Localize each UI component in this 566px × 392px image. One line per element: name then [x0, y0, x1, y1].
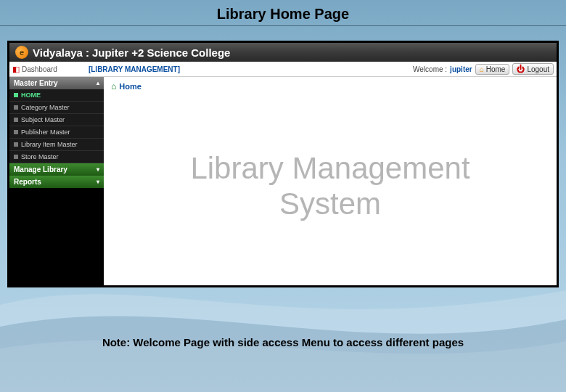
chevron-down-icon: ▾ — [97, 166, 99, 173]
breadcrumb-home-label: Home — [119, 82, 142, 91]
sidebar-section-reports-label: Reports — [14, 178, 41, 186]
bullet-icon — [14, 118, 18, 122]
sidebar-item-home[interactable]: HOME — [9, 89, 104, 102]
hero-text: Library Management System — [190, 151, 469, 221]
home-icon: ⌂ — [480, 65, 484, 73]
sidebar-item-publisher-master[interactable]: Publisher Master — [9, 126, 104, 139]
sidebar-section-master-label: Master Entry — [14, 79, 58, 87]
sidebar-section-master[interactable]: Master Entry ▴ — [9, 77, 104, 89]
sidebar-section-manage-label: Manage Library — [14, 166, 67, 173]
welcome-user-link[interactable]: jupiter — [450, 65, 472, 73]
slide-title: Library Home Page — [0, 0, 566, 26]
title-bar: e Vidyalaya : Jupiter +2 Science College — [9, 43, 557, 62]
bullet-icon — [14, 93, 18, 97]
content-area: ⌂ Home Library Management System — [104, 77, 557, 285]
sidebar-section-reports[interactable]: Reports ▾ — [9, 176, 104, 188]
sidebar-item-label: Library Item Master — [21, 141, 78, 148]
sidebar: Master Entry ▴ HOME Category Master Subj… — [9, 77, 104, 285]
home-button[interactable]: ⌂ Home — [475, 64, 510, 75]
breadcrumb-bar: ◧ Dashboard [LIBRARY MANAGEMENT] Welcome… — [9, 62, 557, 77]
module-tag: [LIBRARY MANAGEMENT] — [89, 65, 180, 73]
bullet-icon — [14, 105, 18, 110]
app-logo-icon: e — [15, 46, 28, 59]
home-button-label: Home — [486, 65, 506, 73]
dashboard-link[interactable]: Dashboard — [22, 65, 57, 73]
home-icon: ⌂ — [111, 81, 116, 91]
sidebar-item-library-item-master[interactable]: Library Item Master — [9, 139, 104, 151]
bullet-icon — [14, 130, 18, 134]
institution-name: Jupiter +2 Science College — [92, 46, 231, 59]
bullet-icon — [14, 155, 18, 159]
sidebar-item-category-master[interactable]: Category Master — [9, 102, 104, 114]
sidebar-item-label: HOME — [21, 91, 41, 99]
title-separator: : — [86, 46, 89, 59]
logout-button-label: Logout — [527, 65, 549, 73]
welcome-label: Welcome : — [413, 65, 447, 73]
chevron-down-icon: ▾ — [97, 179, 99, 185]
hero-area: Library Management System — [111, 91, 549, 281]
dashboard-icon: ◧ — [12, 65, 20, 74]
bullet-icon — [14, 142, 18, 147]
logout-icon: ⏻ — [517, 65, 525, 73]
sidebar-filler — [9, 188, 104, 285]
chevron-up-icon: ▴ — [97, 80, 99, 86]
sidebar-item-label: Publisher Master — [21, 128, 70, 136]
sidebar-item-subject-master[interactable]: Subject Master — [9, 114, 104, 126]
slide-note: Note: Welcome Page with side access Menu… — [0, 336, 566, 348]
logout-button[interactable]: ⏻ Logout — [512, 63, 554, 75]
sidebar-section-manage[interactable]: Manage Library ▾ — [9, 163, 104, 176]
app-name: Vidyalaya — [33, 46, 83, 59]
app-window: e Vidyalaya : Jupiter +2 Science College… — [7, 41, 559, 287]
hero-line1: Library Management — [190, 151, 469, 186]
hero-line2: System — [190, 187, 469, 221]
breadcrumb-home[interactable]: ⌂ Home — [111, 81, 549, 91]
sidebar-item-label: Store Master — [21, 153, 59, 160]
sidebar-item-store-master[interactable]: Store Master — [9, 151, 104, 163]
sidebar-item-label: Category Master — [21, 104, 70, 111]
sidebar-item-label: Subject Master — [21, 116, 65, 123]
